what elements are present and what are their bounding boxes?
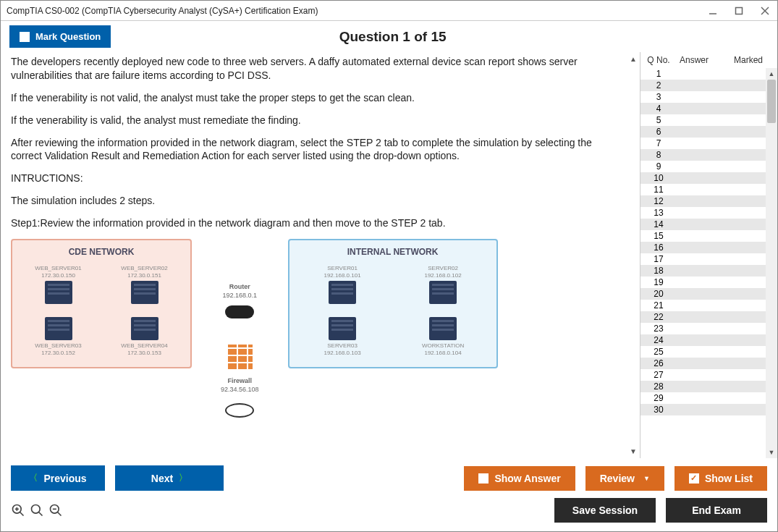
question-list-panel: Q No. Answer Marked 12345678910111213141… <box>640 52 777 458</box>
qno-cell: 10 <box>640 173 677 183</box>
qno-cell: 5 <box>640 115 677 125</box>
qlist-row[interactable]: 10 <box>640 172 766 184</box>
qlist-row[interactable]: 1 <box>640 68 766 80</box>
question-content[interactable]: The developers recently deployed new cod… <box>1 52 627 458</box>
server-node: WEB_SERVER01172.30.0.150 <box>22 265 94 306</box>
next-button[interactable]: Next 〉 <box>115 465 224 491</box>
server-node: SERVER02192.168.0.102 <box>400 265 486 306</box>
scroll-up-icon[interactable]: ▲ <box>630 55 637 63</box>
zoom-in-icon[interactable] <box>11 503 25 518</box>
zoom-controls <box>11 503 63 518</box>
qno-cell: 19 <box>640 277 677 287</box>
end-exam-button[interactable]: End Exam <box>666 498 767 523</box>
qlist-row[interactable]: 3 <box>640 91 766 103</box>
cloud-icon <box>225 403 254 418</box>
firewall-icon <box>227 345 253 371</box>
qlist-row[interactable]: 11 <box>640 184 766 195</box>
server-icon <box>131 317 158 340</box>
server-icon <box>45 281 72 304</box>
window-title: CompTIA CS0-002 (CompTIA Cybersecurity A… <box>7 6 706 16</box>
qno-cell: 11 <box>640 185 677 195</box>
question-text: The developers recently deployed new cod… <box>11 55 617 83</box>
qlist-row[interactable]: 8 <box>640 149 766 161</box>
qlist-row[interactable]: 5 <box>640 114 766 126</box>
question-text: If the venerability is valid, the analys… <box>11 114 617 127</box>
qno-cell: 14 <box>640 219 677 229</box>
qno-cell: 4 <box>640 104 677 114</box>
qlist-row[interactable]: 16 <box>640 242 766 253</box>
server-node: WEB_SERVER04172.30.0.153 <box>109 315 180 356</box>
qlist-row[interactable]: 22 <box>640 311 766 323</box>
qlist-row[interactable]: 9 <box>640 161 766 172</box>
qlist-row[interactable]: 28 <box>640 381 766 392</box>
qlist-row[interactable]: 30 <box>640 404 766 415</box>
zoom-out-icon[interactable] <box>48 503 63 518</box>
show-list-button[interactable]: ✓ Show List <box>675 466 767 491</box>
qno-cell: 26 <box>640 358 677 368</box>
qno-cell: 23 <box>640 324 677 334</box>
scroll-thumb[interactable] <box>767 80 776 123</box>
show-answer-button[interactable]: Show Answer <box>464 466 575 491</box>
qno-cell: 15 <box>640 231 677 241</box>
review-button[interactable]: Review ▼ <box>585 466 664 491</box>
qlist-row[interactable]: 27 <box>640 369 766 381</box>
zoom-icon[interactable] <box>30 503 44 518</box>
qlist-row[interactable]: 17 <box>640 253 766 265</box>
qno-cell: 6 <box>640 127 677 137</box>
scroll-down-icon[interactable]: ▼ <box>766 447 777 458</box>
qlist-scrollbar[interactable]: ▲ ▼ <box>766 68 777 458</box>
col-qno: Q No. <box>640 55 677 65</box>
qlist-row[interactable]: 4 <box>640 103 766 114</box>
qlist-row[interactable]: 6 <box>640 126 766 138</box>
window-controls <box>706 4 771 17</box>
qno-cell: 16 <box>640 242 677 253</box>
qlist-row[interactable]: 2 <box>640 80 766 91</box>
minimize-button[interactable] <box>706 4 719 17</box>
qno-cell: 30 <box>640 405 677 415</box>
qno-cell: 24 <box>640 335 677 345</box>
qno-cell: 9 <box>640 161 677 172</box>
mark-label: Mark Question <box>35 31 101 42</box>
svg-line-5 <box>20 512 24 516</box>
titlebar: CompTIA CS0-002 (CompTIA Cybersecurity A… <box>1 1 777 21</box>
save-session-button[interactable]: Save Session <box>554 498 656 523</box>
maximize-button[interactable] <box>732 4 745 17</box>
scroll-up-icon[interactable]: ▲ <box>766 68 777 80</box>
qlist-row[interactable]: 24 <box>640 334 766 346</box>
qlist-row[interactable]: 7 <box>640 138 766 149</box>
chevron-left-icon: 〈 <box>29 472 38 484</box>
qlist-row[interactable]: 23 <box>640 323 766 334</box>
qlist-row[interactable]: 19 <box>640 276 766 288</box>
qlist-row[interactable]: 12 <box>640 195 766 207</box>
col-answer: Answer <box>677 55 734 65</box>
qlist-row[interactable]: 26 <box>640 358 766 369</box>
qlist-row[interactable]: 13 <box>640 207 766 219</box>
question-text: The simulation includes 2 steps. <box>11 194 617 208</box>
scroll-track[interactable] <box>766 80 777 447</box>
server-node: WEB_SERVER03172.30.0.152 <box>22 315 94 356</box>
qlist-row[interactable]: 18 <box>640 265 766 276</box>
scroll-down-icon[interactable]: ▼ <box>630 447 637 455</box>
server-icon <box>329 317 356 340</box>
server-node: SERVER01192.168.0.101 <box>300 265 386 306</box>
content-scrollbar[interactable]: ▲ ▼ <box>627 52 640 458</box>
router-icon <box>225 305 254 318</box>
previous-button[interactable]: 〈 Previous <box>11 465 105 491</box>
qlist-row[interactable]: 14 <box>640 219 766 230</box>
qlist-row[interactable]: 29 <box>640 392 766 404</box>
qlist-body[interactable]: 1234567891011121314151617181920212223242… <box>640 68 766 458</box>
server-node: SERVER03192.168.0.103 <box>300 315 386 356</box>
body: The developers recently deployed new cod… <box>1 52 777 458</box>
qno-cell: 27 <box>640 370 677 380</box>
qlist-row[interactable]: 25 <box>640 346 766 358</box>
checked-icon: ✓ <box>689 473 699 484</box>
qno-cell: 8 <box>640 150 677 160</box>
svg-line-9 <box>39 512 43 516</box>
qlist-row[interactable]: 15 <box>640 230 766 242</box>
question-text: If the venerability is not valid, the an… <box>11 91 617 105</box>
mark-question-button[interactable]: Mark Question <box>9 25 111 48</box>
close-button[interactable] <box>758 4 771 17</box>
qlist-row[interactable]: 20 <box>640 288 766 300</box>
qno-cell: 20 <box>640 289 677 299</box>
qlist-row[interactable]: 21 <box>640 300 766 311</box>
